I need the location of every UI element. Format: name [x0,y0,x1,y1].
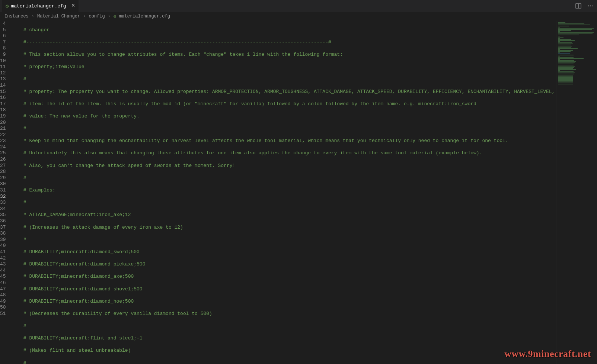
code-area[interactable]: # changer #-----------------------------… [12,21,597,364]
code-line: # property;item;value [12,64,555,70]
code-line: # value: The new value for the property. [12,113,555,120]
line-number: 8 [0,45,6,52]
code-line: # DURABILITY;minecraft:diamond_pickaxe;5… [12,261,555,268]
code-line: # ATTACK_DAMAGE;minecraft:iron_axe;12 [12,212,555,218]
code-line: # [12,200,555,206]
code-line: # DURABILITY;minecraft:diamond_hoe;500 [12,299,555,305]
code-line: # [12,360,555,364]
line-number: 20 [0,120,6,126]
code-line: # [12,76,555,83]
code-line: # DURABILITY;minecraft:diamond_axe;500 [12,274,555,280]
line-number: 13 [0,76,6,83]
line-number: 48 [0,292,6,299]
line-number: 46 [0,280,6,286]
line-number: 44 [0,268,6,274]
split-editor-icon[interactable] [575,2,582,10]
tab-label: materialchanger.cfg [11,3,66,9]
line-number: 26 [0,157,6,163]
line-number: 45 [0,274,6,280]
line-number: 30 [0,181,6,187]
gear-icon: ⚙ [114,14,116,19]
line-number: 10 [0,58,6,64]
line-number: 25 [0,150,6,157]
editor[interactable]: 4 5 6 7 8 9 10 11 12 13 14 15 16 17 18 1… [0,21,597,364]
code-line: # (Makes flint and steel unbreakable) [12,348,555,354]
line-number: 35 [0,212,6,218]
line-number: 31 [0,187,6,194]
line-number: 43 [0,261,6,268]
line-number: 39 [0,237,6,243]
line-numbers: 4 5 6 7 8 9 10 11 12 13 14 15 16 17 18 1… [0,21,12,364]
breadcrumb-item[interactable]: materialchanger.cfg [119,14,170,19]
code-line: # changer [12,27,555,33]
code-line: # [12,175,555,181]
code-line: #---------------------------------------… [12,39,555,46]
watermark: www.9minecraft.net [504,348,591,360]
chevron-right-icon: › [32,14,34,19]
code-line: # DURABILITY;minecraft:diamond_sword;500 [12,249,555,255]
svg-point-2 [588,6,589,6]
line-number: 9 [0,52,6,58]
line-number: 18 [0,107,6,113]
tab-bar: ⚙ materialchanger.cfg × [0,0,597,12]
code-line: # Also, you can't change the attack spee… [12,163,555,169]
line-number: 6 [0,33,6,39]
line-number: 49 [0,299,6,305]
line-number: 21 [0,126,6,132]
code-line: # [12,323,555,329]
line-number: 4 [0,21,6,27]
line-number: 32 [0,194,6,200]
line-number: 17 [0,101,6,107]
line-number: 22 [0,132,6,138]
code-line: # Examples: [12,187,555,194]
code-line: # (Increases the attack damage of every … [12,225,555,231]
chevron-right-icon: › [108,14,111,19]
code-line: # Unfortunately this also means that cha… [12,150,555,157]
code-line: # item: The id of the item. This is usua… [12,101,555,107]
title-actions [575,2,594,10]
line-number: 36 [0,218,6,225]
line-number: 41 [0,249,6,255]
breadcrumb-item[interactable]: Instances [4,14,29,19]
code-line: # property: The property you want to cha… [12,89,555,95]
code-line: # DURABILITY;minecraft:diamond_shovel;50… [12,286,555,293]
line-number: 5 [0,27,6,33]
line-number: 15 [0,89,6,95]
line-number: 28 [0,169,6,175]
line-number: 33 [0,200,6,206]
svg-point-3 [590,6,591,6]
code-line: # [12,126,555,132]
line-number: 7 [0,39,6,46]
svg-point-4 [592,6,593,6]
line-number: 38 [0,231,6,237]
breadcrumb-item[interactable]: Material Changer [37,14,80,19]
line-number: 50 [0,305,6,311]
breadcrumb: Instances › Material Changer › config › … [0,12,597,21]
code-line: # This section allows you to change attr… [12,52,555,58]
code-line: # [12,237,555,243]
line-number: 47 [0,286,6,293]
line-number: 24 [0,144,6,151]
line-number: 51 [0,311,6,317]
line-number: 42 [0,255,6,262]
line-number: 23 [0,138,6,144]
gear-icon: ⚙ [6,3,9,9]
minimap[interactable] [556,21,597,364]
tab-materialchanger[interactable]: ⚙ materialchanger.cfg × [2,0,79,12]
code-line: # Keep in mind that changing the enchant… [12,138,555,144]
line-number: 29 [0,175,6,181]
line-number: 37 [0,225,6,231]
line-number: 11 [0,64,6,70]
line-number: 14 [0,83,6,89]
close-icon[interactable]: × [71,3,75,9]
code-line: # (Decreases the durability of every van… [12,311,555,317]
line-number: 40 [0,243,6,249]
code-line: # DURABILITY;minecraft:flint_and_steel;-… [12,335,555,342]
line-number: 19 [0,113,6,120]
line-number: 16 [0,95,6,101]
more-icon[interactable] [587,2,594,10]
line-number: 27 [0,163,6,169]
breadcrumb-item[interactable]: config [89,14,105,19]
chevron-right-icon: › [83,14,86,19]
line-number: 12 [0,70,6,77]
